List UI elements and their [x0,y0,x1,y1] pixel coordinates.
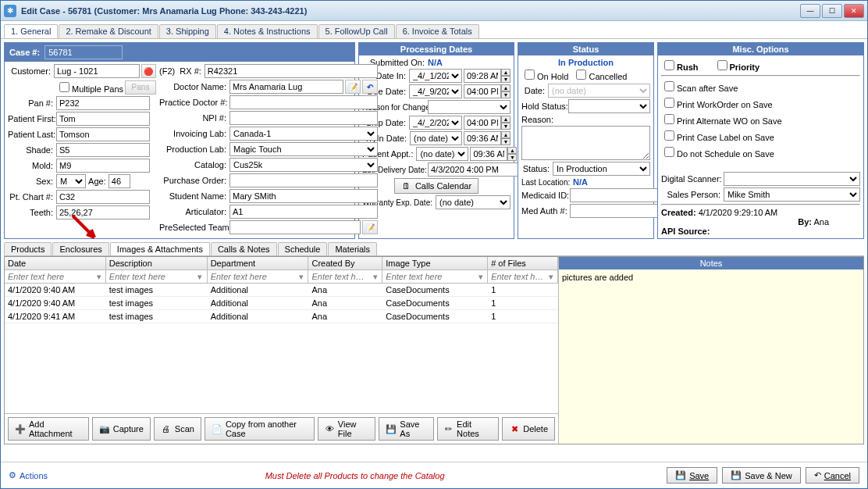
table-row[interactable]: 4/1/2020 9:40 AMtest imagesAdditionalAna… [5,297,558,310]
tab-remake[interactable]: 2. Remake & Discount [59,24,158,38]
doctor-edit-icon[interactable]: 📝 [345,80,361,94]
table-row[interactable]: 4/1/2020 9:40 AMtest imagesAdditionalAna… [5,284,558,297]
appt-time[interactable] [470,147,507,161]
due-input[interactable]: _4/_9/2020 [409,84,462,98]
pan-input[interactable] [56,96,150,110]
mold-input[interactable] [56,159,150,173]
reason-change-select[interactable] [428,100,510,114]
col-created-by[interactable]: Created By [308,257,382,269]
calls-calendar-button[interactable]: 🗓Calls Calendar [394,178,478,194]
print-wo-checkbox[interactable]: Print WorkOrder on Save [661,95,773,110]
ship-time[interactable] [464,116,501,130]
shade-input[interactable] [56,143,150,157]
delete-button[interactable]: ✖Delete [502,417,555,441]
preteam-input[interactable] [229,220,361,234]
actions-menu[interactable]: ⚙Actions [9,470,48,480]
no-schedule-checkbox[interactable]: Do not Schedule on Save [661,145,774,159]
student-input[interactable] [229,189,378,203]
warranty-input[interactable]: (no date) [436,195,510,209]
subtab-products[interactable]: Products [4,242,52,255]
reason-textarea[interactable] [521,126,650,160]
col-image-type[interactable]: Image Type [382,257,488,269]
subtab-enclosures[interactable]: Enclosures [52,242,108,255]
preteam-icon[interactable]: 📝 [362,220,378,234]
subtab-images[interactable]: Images & Attachments [110,242,210,255]
doctor-name-input[interactable] [229,80,343,94]
patient-first-input[interactable] [56,112,150,126]
rx-input[interactable] [205,64,378,78]
filter-icon[interactable]: ▾ [297,272,307,282]
production-lab-select[interactable]: Magic Touch [229,142,378,156]
tab-invoice[interactable]: 6. Invoice & Totals [396,24,479,38]
tryin-spinner[interactable]: ▲▼ [501,131,510,145]
filter-dept[interactable] [209,271,297,282]
cancel-button[interactable]: ↶Cancel [806,467,859,484]
add-attachment-button[interactable]: ➕Add Attachment [8,417,89,441]
invoicing-lab-select[interactable]: Canada-1 [229,127,378,141]
filter-desc[interactable] [108,271,195,282]
due-spinner[interactable]: ▲▼ [501,84,510,98]
tryin-time[interactable] [464,131,501,145]
col-num-files[interactable]: # of Files [488,257,558,269]
subtab-materials[interactable]: Materials [328,242,377,255]
pt-chart-input[interactable] [56,190,150,204]
grid-body[interactable]: 4/1/2020 9:40 AMtest imagesAdditionalAna… [5,284,558,413]
date-in-time[interactable] [464,69,501,83]
ship-spinner[interactable]: ▲▼ [501,116,510,130]
filter-icon[interactable]: ▾ [546,272,556,282]
save-as-button[interactable]: 💾Save As [379,417,433,441]
practice-dr-input[interactable] [229,95,378,109]
maximize-button[interactable]: ☐ [822,4,842,18]
col-dept[interactable]: Department [208,257,309,269]
close-button[interactable]: ✕ [844,4,864,18]
tab-notes[interactable]: 4. Notes & Instructions [217,24,318,38]
minimize-button[interactable]: — [800,4,820,18]
tab-general[interactable]: 1. General [4,24,58,38]
on-hold-checkbox[interactable]: On Hold [521,67,568,82]
print-label-checkbox[interactable]: Print Case Label on Save [661,128,774,143]
scan-after-save-checkbox[interactable]: Scan after Save [661,79,738,94]
subtab-calls[interactable]: Calls & Notes [211,242,277,255]
filter-icon[interactable]: ▾ [195,272,205,282]
cancelled-checkbox[interactable]: Cancelled [573,67,627,82]
undo-icon[interactable]: ↶ [362,80,378,94]
filter-it[interactable] [384,271,475,282]
age-input[interactable] [108,174,130,188]
patient-last-input[interactable] [56,127,150,141]
due-time[interactable] [464,84,501,98]
scan-button[interactable]: 🖨Scan [154,417,201,441]
articulator-input[interactable] [229,205,378,219]
subtab-schedule[interactable]: Schedule [278,242,328,255]
notes-body[interactable]: pictures are added [559,269,863,444]
copy-case-button[interactable]: 📄Copy from another Case [205,417,315,441]
digital-scanner-select[interactable] [724,172,860,186]
rush-checkbox[interactable]: Rush [661,58,699,73]
tryin-input[interactable]: (no date) [410,131,462,145]
multiple-pans-checkbox[interactable]: Multiple Pans [56,80,123,95]
filter-nf[interactable] [489,271,546,282]
customer-f2-icon[interactable]: 🔴 [141,64,156,78]
date-in-input[interactable]: _4/_1/2020 [409,69,462,83]
appt-input[interactable]: (no date) [416,147,468,161]
priority-checkbox[interactable]: Priority [714,58,760,73]
hold-status-select[interactable] [568,99,650,113]
edit-notes-button[interactable]: ✏Edit Notes [437,417,500,441]
col-desc[interactable]: Description [106,257,208,269]
save-and-new-button[interactable]: 💾Save & New [722,467,801,484]
view-file-button[interactable]: 👁View File [318,417,375,441]
teeth-input[interactable] [56,205,150,220]
capture-button[interactable]: 📷Capture [92,417,151,441]
table-row[interactable]: 4/1/2020 9:41 AMtest imagesAdditionalAna… [5,310,558,323]
tab-followup[interactable]: 5. FollowUp Call [318,24,395,38]
sales-person-select[interactable]: Mike Smith [724,187,860,202]
save-button[interactable]: 💾Save [667,467,717,484]
filter-icon[interactable]: ▾ [94,272,104,282]
customer-input[interactable] [54,64,140,78]
catalog-select[interactable]: Cus25k [229,158,378,172]
filter-icon[interactable]: ▾ [371,272,380,282]
print-alt-wo-checkbox[interactable]: Print Alternate WO on Save [661,112,782,127]
appt-spinner[interactable]: ▲▼ [507,147,517,161]
date-in-spinner[interactable]: ▲▼ [501,69,510,83]
sex-select[interactable]: M [56,174,86,188]
case-number-input[interactable] [44,45,123,59]
